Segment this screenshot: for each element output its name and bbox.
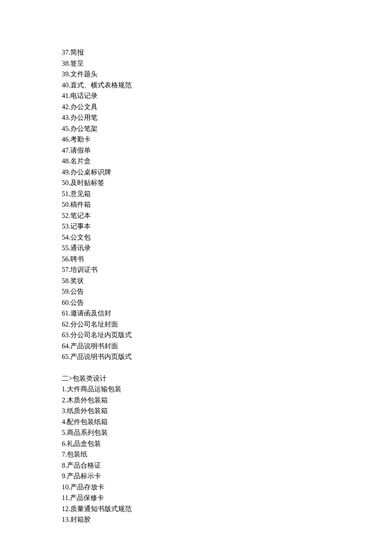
list-item: 12.质量通知书版式规范 xyxy=(62,503,334,515)
list-item: 58.奖状 xyxy=(62,275,334,286)
list-item: 7.包装纸 xyxy=(62,449,334,460)
list-item: 55.通讯录 xyxy=(62,243,334,254)
list-item: 40.直式、横式表格规范 xyxy=(62,80,334,91)
list-item: 42.办公文具 xyxy=(62,101,334,113)
document-content: 37.简报 38.签呈 39.文件题头 40.直式、横式表格规范 41.电话记录… xyxy=(62,47,334,525)
list-item: 57.培训证书 xyxy=(62,264,334,275)
list-item: 62.分公司名址封面 xyxy=(62,319,334,330)
list-item: 53.记事本 xyxy=(62,221,334,232)
list-item: 9.产品标示卡 xyxy=(62,471,334,482)
list-item: 56.聘书 xyxy=(62,254,334,265)
list-item: 39.文件题头 xyxy=(62,69,334,80)
list-item: 52.笔记本 xyxy=(62,210,334,221)
section1-list: 37.简报 38.签呈 39.文件题头 40.直式、横式表格规范 41.电话记录… xyxy=(62,47,334,362)
list-item: 2.木质外包装箱 xyxy=(62,395,334,406)
list-item: 6.礼品盒包装 xyxy=(62,438,334,449)
list-item: 13.封箱胶 xyxy=(62,514,334,525)
section-spacer xyxy=(62,362,334,373)
list-item: 48.名片盒 xyxy=(62,156,334,167)
list-item: 59.公告 xyxy=(62,286,334,297)
list-item: 5.商品系列包装 xyxy=(62,427,334,438)
list-item: 38.签呈 xyxy=(62,58,334,69)
list-item: 64.产品说明书封面 xyxy=(62,341,334,352)
list-item: 43.办公用笔 xyxy=(62,112,334,123)
list-item: 65.产品说明书内页版式 xyxy=(62,351,334,362)
list-item: 54.公文包 xyxy=(62,232,334,243)
list-item: 50.及时贴标签 xyxy=(62,177,334,188)
list-item: 51.意见箱 xyxy=(62,188,334,199)
list-item: 11.产品保修卡 xyxy=(62,492,334,503)
list-item: 8.产品合格证 xyxy=(62,460,334,471)
list-item: 10.产品存放卡 xyxy=(62,482,334,493)
list-item: 60.公告 xyxy=(62,297,334,308)
list-item: 46.考勤卡 xyxy=(62,134,334,145)
list-item: 37.简报 xyxy=(62,47,334,58)
list-item: 41.电话记录 xyxy=(62,90,334,101)
list-item: 4.配件包装纸箱 xyxy=(62,416,334,428)
list-item: 1.大件商品运输包装 xyxy=(62,384,334,395)
list-item: 47.请假单 xyxy=(62,145,334,156)
section2-block: 二>包装类设计 1.大件商品运输包装 2.木质外包装箱 3.纸质外包装箱 4.配… xyxy=(62,373,334,525)
section2-heading: 二>包装类设计 xyxy=(62,373,334,384)
list-item: 61.邀请函及信封 xyxy=(62,308,334,319)
list-item: 45.办公笔架 xyxy=(62,123,334,134)
list-item: 63.分公司名址内页版式 xyxy=(62,330,334,341)
list-item: 49.办公桌标识牌 xyxy=(62,167,334,178)
list-item: 3.纸质外包装箱 xyxy=(62,405,334,416)
list-item: 50.稿件箱 xyxy=(62,199,334,210)
